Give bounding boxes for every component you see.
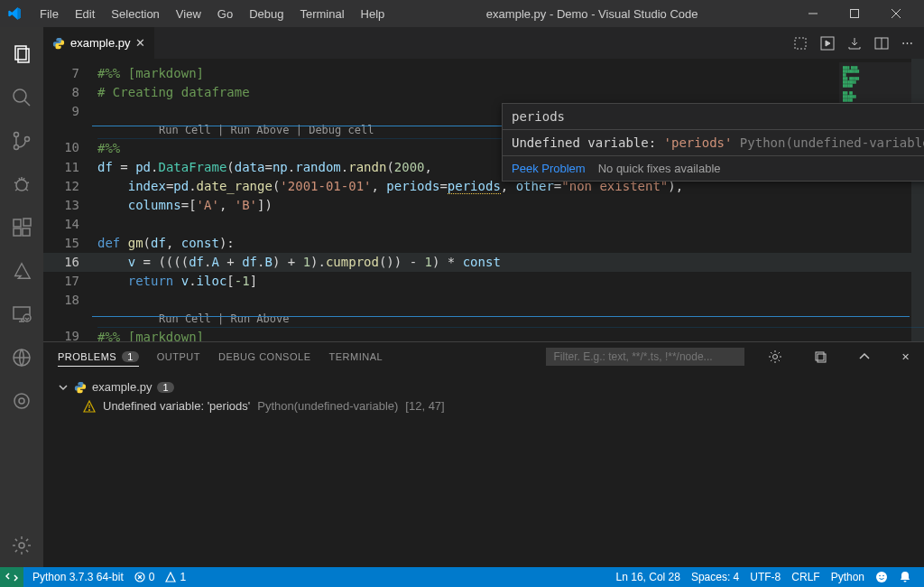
svg-rect-14	[23, 228, 30, 236]
debugger-icon[interactable]	[0, 163, 43, 206]
filter-settings-icon[interactable]	[768, 349, 782, 364]
svg-point-21	[19, 543, 24, 548]
tab-close-icon[interactable]: ✕	[135, 36, 145, 50]
line-number: 13	[43, 196, 97, 215]
python-file-icon	[74, 381, 87, 394]
line-number: 17	[43, 272, 97, 291]
source-control-icon[interactable]	[0, 119, 43, 163]
panel-tab-problems[interactable]: PROBLEMS1	[58, 351, 139, 367]
status-notifications-icon[interactable]	[893, 571, 917, 583]
extensions-icon[interactable]	[0, 206, 43, 249]
svg-point-26	[772, 355, 777, 359]
line-number: 14	[43, 215, 97, 234]
problem-location: [12, 47]	[405, 399, 444, 413]
line-number: 8	[43, 83, 97, 102]
status-cursor-position[interactable]: Ln 16, Col 28	[611, 571, 686, 583]
status-encoding[interactable]: UTF-8	[744, 571, 786, 583]
svg-rect-22	[795, 38, 806, 49]
line-number: 19	[43, 327, 97, 341]
menu-debug[interactable]: Debug	[242, 4, 291, 24]
remote-explorer-icon[interactable]	[0, 293, 43, 336]
menu-file[interactable]: File	[32, 4, 66, 24]
line-number: 12	[43, 177, 97, 196]
hover-title: periods	[503, 104, 924, 129]
panel-tab-output[interactable]: OUTPUT	[157, 351, 200, 362]
problems-list: example.py 1 Undefined variable: 'period…	[43, 371, 924, 567]
svg-rect-1	[851, 10, 859, 18]
menu-help[interactable]: Help	[354, 4, 393, 24]
maximize-button[interactable]	[834, 0, 875, 27]
menu-selection[interactable]: Selection	[104, 4, 166, 24]
line-number: 10	[43, 138, 97, 157]
file-problem-count-badge: 1	[157, 382, 173, 393]
search-icon[interactable]	[0, 76, 43, 119]
collapse-all-icon[interactable]	[813, 349, 827, 364]
remote-indicator[interactable]	[0, 567, 23, 587]
activity-bar	[0, 27, 43, 567]
problem-message: Undefined variable: 'periods'	[103, 399, 250, 413]
run-cell-icon[interactable]	[820, 36, 835, 51]
svg-rect-15	[23, 219, 31, 226]
status-indentation[interactable]: Spaces: 4	[686, 571, 744, 583]
explorer-icon[interactable]	[0, 33, 43, 76]
status-language[interactable]: Python	[826, 571, 870, 583]
menu-go[interactable]: Go	[210, 4, 240, 24]
tab-example-py[interactable]: example.py ✕	[43, 27, 155, 59]
title-bar: File Edit Selection View Go Debug Termin…	[0, 0, 924, 27]
code-editor[interactable]: ████ ███████████████████ ███████████████…	[43, 59, 924, 341]
no-quick-fixes-label: No quick fixes available	[598, 162, 721, 175]
svg-point-10	[25, 137, 30, 142]
problem-source: Python(undefined-variable)	[257, 399, 398, 413]
line-number: 7	[43, 64, 97, 83]
status-warnings[interactable]: 1	[160, 571, 191, 583]
warning-icon	[83, 400, 96, 413]
status-eol[interactable]: CRLF	[786, 571, 825, 583]
line-number: 16	[43, 253, 97, 272]
download-icon[interactable]	[847, 36, 862, 51]
status-errors[interactable]: 0	[129, 571, 161, 583]
svg-rect-13	[14, 228, 21, 236]
problem-item[interactable]: Undefined variable: 'periods' Python(und…	[58, 397, 910, 415]
git-graph-icon[interactable]	[0, 336, 43, 379]
problems-filter-input[interactable]	[546, 348, 744, 366]
status-feedback-icon[interactable]	[870, 571, 893, 583]
split-editor-icon[interactable]	[874, 36, 889, 51]
svg-point-36	[882, 575, 884, 577]
panel-tab-debug-console[interactable]: DEBUG CONSOLE	[218, 351, 310, 362]
menu-edit[interactable]: Edit	[68, 4, 102, 24]
tab-label: example.py	[70, 36, 130, 50]
codelens-cell2[interactable]: Run Cell | Run Above	[43, 310, 924, 327]
menu-view[interactable]: View	[169, 4, 208, 24]
status-python-version[interactable]: Python 3.7.3 64-bit	[27, 571, 129, 583]
svg-point-35	[879, 575, 881, 577]
svg-point-8	[14, 133, 19, 137]
panel-close-icon[interactable]: ✕	[901, 351, 910, 363]
chevron-down-icon	[58, 382, 69, 393]
close-button[interactable]	[875, 0, 917, 27]
peek-problem-link[interactable]: Peek Problem	[512, 162, 586, 175]
svg-point-20	[19, 398, 24, 404]
problems-file-name: example.py	[92, 380, 152, 394]
settings-gear-icon[interactable]	[0, 524, 43, 567]
minimize-button[interactable]	[792, 0, 834, 27]
hover-body: Undefined variable: 'periods' Python(und…	[503, 130, 924, 155]
svg-point-9	[14, 145, 19, 150]
status-bar: Python 3.7.3 64-bit 0 1 Ln 16, Col 28 Sp…	[0, 567, 924, 587]
problems-file-row[interactable]: example.py 1	[58, 377, 910, 397]
target-icon[interactable]	[0, 379, 43, 423]
panel-chevron-up-icon[interactable]	[858, 350, 871, 363]
svg-line-7	[24, 100, 30, 106]
menu-terminal[interactable]: Terminal	[292, 4, 351, 24]
svg-rect-27	[816, 352, 824, 360]
azure-icon[interactable]	[0, 249, 43, 293]
vscode-logo-icon	[7, 6, 22, 21]
editor-tabs: example.py ✕ ⋯	[43, 27, 924, 59]
window-controls	[792, 0, 917, 27]
panel-tabs: PROBLEMS1 OUTPUT DEBUG CONSOLE TERMINAL …	[43, 342, 924, 371]
svg-point-30	[89, 409, 90, 410]
panel-tab-terminal[interactable]: TERMINAL	[328, 351, 383, 362]
more-actions-icon[interactable]: ⋯	[901, 36, 913, 50]
python-file-icon	[52, 37, 65, 50]
line-number: 18	[43, 291, 97, 310]
codelens-icon[interactable]	[793, 36, 808, 51]
